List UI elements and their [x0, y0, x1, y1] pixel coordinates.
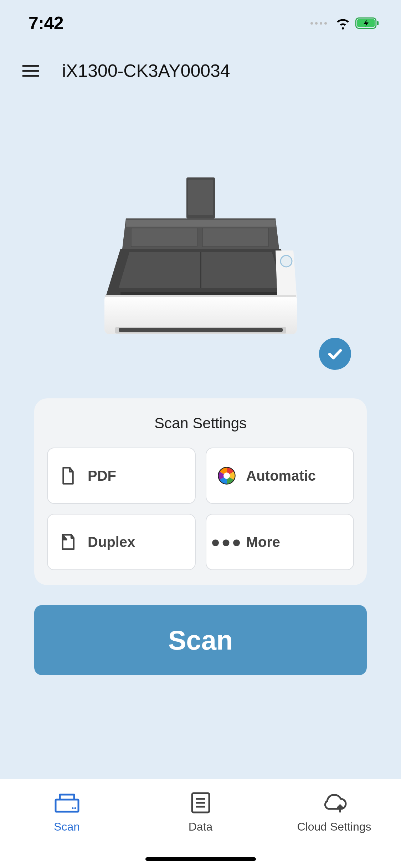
setting-format-tile[interactable]: PDF	[47, 448, 196, 504]
setting-side-label: Duplex	[88, 534, 135, 550]
scanner-image-area	[0, 177, 401, 366]
color-wheel-icon	[217, 466, 236, 485]
tab-data-label: Data	[189, 820, 213, 833]
svg-rect-7	[188, 180, 213, 215]
tab-scan[interactable]: Scan	[0, 779, 134, 868]
battery-charging-icon	[355, 17, 380, 30]
setting-color-label: Automatic	[246, 468, 316, 484]
tab-cloud-settings[interactable]: Cloud Settings	[267, 779, 401, 868]
scan-button-label: Scan	[168, 625, 233, 656]
scan-settings-title: Scan Settings	[47, 415, 354, 432]
home-indicator	[145, 857, 256, 861]
svg-rect-10	[131, 228, 197, 247]
status-time: 7:42	[29, 13, 63, 33]
tab-scan-label: Scan	[54, 820, 80, 833]
device-name: iX1300-CK3AY00034	[62, 61, 230, 81]
data-tab-icon	[186, 791, 215, 815]
duplex-icon	[58, 532, 78, 552]
checkmark-icon	[327, 346, 343, 362]
cellular-dots-icon	[310, 22, 327, 25]
tab-data[interactable]: Data	[134, 779, 267, 868]
scanner-status-badge	[319, 338, 351, 370]
status-bar: 7:42	[0, 0, 401, 46]
svg-point-24	[223, 472, 230, 479]
tab-bar: Scan Data Cloud Settings	[0, 779, 401, 868]
more-icon: ●●●	[217, 532, 236, 552]
scan-settings-card: Scan Settings PDF	[34, 398, 367, 585]
menu-button[interactable]	[21, 61, 41, 81]
status-indicators	[310, 16, 380, 31]
svg-point-17	[281, 255, 292, 267]
wifi-icon	[335, 16, 350, 31]
scan-settings-grid: PDF Automatic	[47, 448, 354, 570]
file-icon	[58, 466, 78, 485]
svg-rect-21	[119, 328, 283, 332]
svg-rect-11	[202, 228, 268, 247]
svg-rect-2	[377, 21, 379, 25]
tab-cloud-label: Cloud Settings	[297, 820, 371, 833]
cloud-tab-icon	[320, 791, 349, 815]
scan-tab-icon	[53, 791, 81, 815]
scan-button[interactable]: Scan	[34, 605, 367, 675]
setting-side-tile[interactable]: Duplex	[47, 514, 196, 570]
svg-rect-9	[126, 220, 276, 227]
app-header: iX1300-CK3AY00034	[0, 46, 401, 88]
svg-rect-22	[105, 295, 296, 297]
setting-more-label: More	[246, 534, 281, 550]
scanner-image	[97, 177, 304, 366]
setting-format-label: PDF	[88, 468, 116, 484]
setting-color-tile[interactable]: Automatic	[206, 448, 354, 504]
svg-point-26	[72, 807, 73, 809]
setting-more-tile[interactable]: ●●● More	[206, 514, 354, 570]
svg-point-27	[74, 807, 76, 809]
svg-rect-25	[56, 800, 78, 812]
